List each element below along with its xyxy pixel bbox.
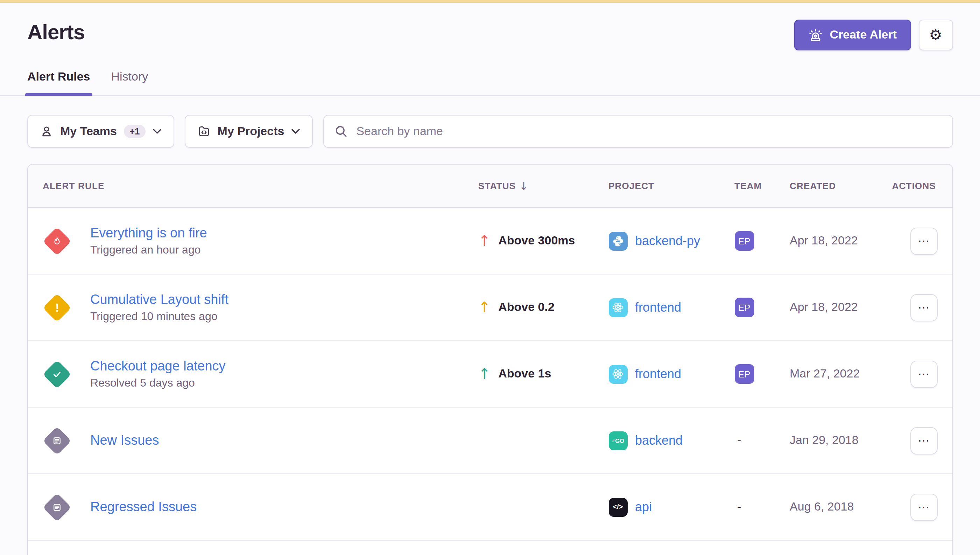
alert-rule-subtitle: Triggered an hour ago <box>90 244 207 256</box>
tab-alert-rules[interactable]: Alert Rules <box>27 70 90 95</box>
chevron-down-icon <box>291 128 300 135</box>
column-header-alert-rule: ALERT RULE <box>28 181 478 191</box>
search-icon <box>334 124 349 139</box>
status-threshold: Above 1s <box>498 367 551 381</box>
ellipsis-icon: ⋯ <box>918 368 930 380</box>
table-row: Regressed Issues </> api - Aug 6, 2018 ⋯ <box>28 474 952 541</box>
project-link[interactable]: frontend <box>635 300 681 315</box>
column-header-actions: ACTIONS <box>890 181 952 191</box>
ellipsis-icon: ⋯ <box>918 501 930 513</box>
create-alert-label: Create Alert <box>830 28 897 42</box>
alert-rule-subtitle: Triggered 10 minutes ago <box>90 310 229 323</box>
resolved-check-icon <box>43 359 71 388</box>
alert-rule-link[interactable]: Everything is on fire <box>90 226 207 241</box>
teams-filter-label: My Teams <box>60 124 117 138</box>
row-actions-button[interactable]: ⋯ <box>910 493 937 521</box>
projects-filter-label: My Projects <box>217 124 285 138</box>
tab-history[interactable]: History <box>111 70 148 95</box>
teams-filter-dropdown[interactable]: My Teams +1 <box>27 115 174 148</box>
ellipsis-icon: ⋯ <box>918 435 930 446</box>
project-link[interactable]: api <box>635 500 652 514</box>
team-avatar: EP <box>734 231 754 251</box>
python-platform-icon <box>608 231 627 250</box>
settings-button[interactable]: ⚙ <box>918 19 953 50</box>
code-platform-icon: </> <box>608 497 627 517</box>
table-row: ! Cumulative Layout shift Triggered 10 m… <box>28 274 952 341</box>
team-empty-dash: - <box>734 500 741 514</box>
column-header-created: CREATED <box>790 181 890 191</box>
table-row: New Issues GO backend - Jan 29, 2018 <box>28 407 952 474</box>
critical-fire-icon <box>43 226 71 255</box>
trend-up-icon: ↑ <box>478 367 491 381</box>
alert-rule-subtitle: Resolved 5 days ago <box>90 377 225 389</box>
trend-up-icon: ↑ <box>478 234 491 248</box>
header-actions: Create Alert ⚙ <box>794 19 953 50</box>
svg-text:GO: GO <box>615 437 624 444</box>
page-header: Alerts Create Alert ⚙ <box>0 3 980 44</box>
warning-icon: ! <box>43 293 71 322</box>
created-date: Apr 18, 2022 <box>790 300 890 314</box>
column-header-project: PROJECT <box>608 181 734 191</box>
project-link[interactable]: backend <box>635 433 683 448</box>
row-actions-button[interactable]: ⋯ <box>910 294 937 321</box>
alerts-page: Alerts Create Alert ⚙ Alert <box>0 0 980 555</box>
row-actions-button[interactable]: ⋯ <box>910 227 937 255</box>
alert-rule-link[interactable]: Checkout page latency <box>90 359 225 374</box>
user-icon <box>40 125 53 138</box>
column-header-team: TEAM <box>734 181 790 191</box>
column-header-status[interactable]: STATUS ↓ <box>478 180 608 192</box>
tabs-bar: Alert Rules History <box>0 70 980 96</box>
search-container <box>323 115 953 148</box>
row-actions-button[interactable]: ⋯ <box>910 360 937 388</box>
siren-icon <box>808 28 823 42</box>
sort-descending-icon: ↓ <box>519 180 528 192</box>
react-platform-icon <box>608 298 627 317</box>
search-input[interactable] <box>323 115 953 148</box>
project-link[interactable]: frontend <box>635 367 681 381</box>
status-threshold: Above 0.2 <box>498 300 555 314</box>
created-date: Jan 29, 2018 <box>790 433 890 448</box>
team-empty-dash: - <box>734 433 741 448</box>
issues-icon <box>43 426 71 455</box>
alert-rule-link[interactable]: Regressed Issues <box>90 499 197 515</box>
react-platform-icon <box>608 364 627 383</box>
team-avatar: EP <box>734 298 754 317</box>
filter-bar: My Teams +1 My Projects <box>0 96 980 148</box>
alert-rules-table: ALERT RULE STATUS ↓ PROJECT TEAM CREATED… <box>27 164 953 555</box>
ellipsis-icon: ⋯ <box>918 235 930 247</box>
go-platform-icon: GO <box>608 431 627 450</box>
status-threshold: Above 300ms <box>498 234 575 248</box>
created-date: Aug 6, 2018 <box>790 500 890 514</box>
chevron-down-icon <box>153 128 161 135</box>
create-alert-button[interactable]: Create Alert <box>794 19 911 50</box>
teams-extra-count-badge: +1 <box>124 125 145 138</box>
trend-up-icon: ↑ <box>478 300 491 315</box>
table-row: Everything is on fire Triggered an hour … <box>28 208 952 274</box>
issues-icon <box>43 492 71 521</box>
project-link[interactable]: backend-py <box>635 234 700 248</box>
created-date: Mar 27, 2022 <box>790 367 890 381</box>
alert-rule-link[interactable]: New Issues <box>90 433 159 448</box>
gear-icon: ⚙ <box>929 28 942 42</box>
ellipsis-icon: ⋯ <box>918 302 930 313</box>
table-header-row: ALERT RULE STATUS ↓ PROJECT TEAM CREATED… <box>28 165 952 208</box>
projects-filter-dropdown[interactable]: My Projects <box>185 115 313 148</box>
team-avatar: EP <box>734 364 754 384</box>
created-date: Apr 18, 2022 <box>790 234 890 248</box>
alert-rule-link[interactable]: Cumulative Layout shift <box>90 292 229 308</box>
project-icon <box>197 125 211 138</box>
top-notice-strip <box>0 0 980 3</box>
table-row: Checkout page latency Resolved 5 days ag… <box>28 341 952 407</box>
row-actions-button[interactable]: ⋯ <box>910 427 937 454</box>
